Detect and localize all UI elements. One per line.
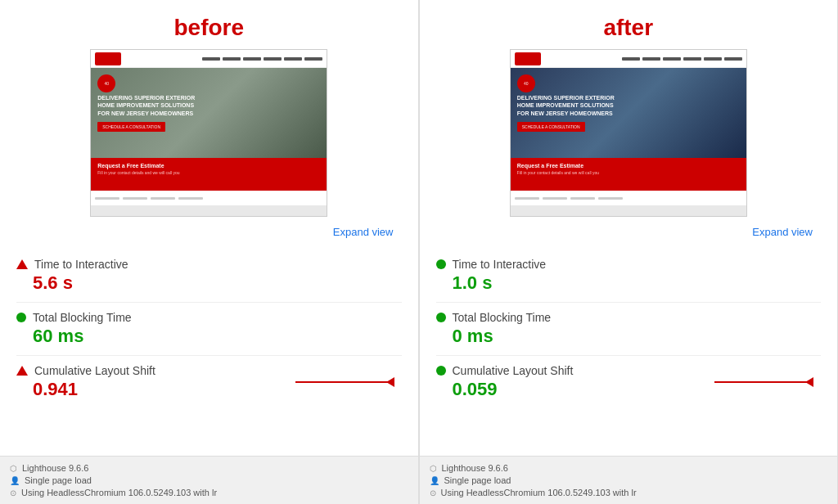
after-site-form-subtitle: Fill in your contact details and we will… — [517, 170, 740, 175]
site-hero: 40 DELIVERING SUPERIOR EXTERIOR HOME IMP… — [91, 68, 327, 158]
before-tti-indicator — [16, 259, 28, 269]
before-expand-row[interactable]: Expand view — [0, 221, 418, 241]
person-icon: 👤 — [10, 476, 20, 485]
after-cls-arrow — [714, 381, 813, 383]
before-cls-arrow — [295, 381, 394, 383]
after-metric-cls: Cumulative Layout Shift 0.059 — [436, 356, 822, 408]
after-panel: after 40 DELIVERING SUPERIOR EXTERIOR HO… — [420, 0, 839, 504]
after-tti-indicator — [436, 259, 446, 269]
after-footer-lighthouse: ⬡ Lighthouse 9.6.6 — [430, 463, 828, 473]
after-browser-info: Using HeadlessChromium 106.0.5249.103 wi… — [441, 488, 637, 497]
before-browser-info: Using HeadlessChromium 106.0.5249.103 wi… — [21, 488, 217, 497]
after-metrics: Time to Interactive 1.0 s Total Blocking… — [420, 241, 838, 456]
site-hero-text: DELIVERING SUPERIOR EXTERIOR HOME IMPROV… — [97, 94, 196, 116]
before-tbt-value: 60 ms — [33, 326, 402, 347]
before-panel: before 40 DELIVERING SUPERIOR EXTERIOR H… — [0, 0, 419, 504]
before-metric-tbt: Total Blocking Time 60 ms — [16, 303, 402, 356]
after-tti-label: Time to Interactive — [453, 258, 547, 271]
after-tti-value: 1.0 s — [453, 272, 822, 294]
after-cls-arrow-line — [714, 381, 813, 383]
site-footer-nav — [91, 191, 327, 205]
after-cls-label: Cumulative Layout Shift — [453, 364, 574, 377]
after-site-hero: 40 DELIVERING SUPERIOR EXTERIOR HOME IMP… — [511, 68, 746, 158]
after-tbt-indicator — [436, 313, 446, 322]
after-site-badge: 40 — [517, 74, 535, 92]
before-tti-label: Time to Interactive — [34, 258, 128, 271]
before-footer-browser: ⊙ Using HeadlessChromium 106.0.5249.103 … — [10, 488, 408, 497]
site-nav — [124, 56, 322, 61]
before-metric-cls: Cumulative Layout Shift 0.941 — [16, 356, 402, 408]
after-site-nav — [544, 56, 742, 61]
after-footer: ⬡ Lighthouse 9.6.6 👤 Single page load ⊙ … — [420, 456, 838, 504]
after-expand-label[interactable]: Expand view — [752, 226, 813, 238]
after-site-logo — [515, 52, 541, 65]
after-lighthouse-icon: ⬡ — [430, 464, 437, 473]
site-cta: SCHEDULE A CONSULTATION — [97, 122, 165, 132]
site-form: Request a Free Estimate Fill in your con… — [91, 158, 327, 191]
after-person-icon: 👤 — [430, 476, 439, 485]
before-tbt-label: Total Blocking Time — [33, 311, 132, 324]
before-tti-value: 5.6 s — [33, 272, 402, 294]
after-expand-row[interactable]: Expand view — [420, 221, 838, 241]
before-lighthouse-version: Lighthouse 9.6.6 — [22, 463, 88, 473]
before-tbt-indicator — [16, 313, 26, 322]
after-metric-tti: Time to Interactive 1.0 s — [436, 250, 822, 303]
before-expand-label[interactable]: Expand view — [333, 226, 394, 238]
before-cls-indicator — [16, 366, 28, 376]
after-site-cta: SCHEDULE A CONSULTATION — [517, 122, 585, 132]
after-footer-load: 👤 Single page load — [430, 475, 828, 485]
after-lighthouse-version: Lighthouse 9.6.6 — [442, 463, 508, 473]
after-screenshot-container: 40 DELIVERING SUPERIOR EXTERIOR HOME IMP… — [420, 49, 838, 221]
site-form-title: Request a Free Estimate — [97, 163, 320, 169]
lighthouse-icon: ⬡ — [10, 464, 17, 473]
after-tbt-value: 0 ms — [453, 326, 822, 347]
before-footer-load: 👤 Single page load — [10, 475, 408, 485]
before-metric-tti: Time to Interactive 5.6 s — [16, 250, 402, 303]
before-cls-label: Cumulative Layout Shift — [34, 364, 155, 377]
before-footer-lighthouse: ⬡ Lighthouse 9.6.6 — [10, 463, 408, 473]
before-single-page-load: Single page load — [25, 475, 92, 485]
before-title: before — [0, 0, 418, 49]
chromium-icon: ⊙ — [10, 488, 16, 497]
site-badge: 40 — [97, 74, 115, 92]
after-single-page-load: Single page load — [444, 475, 511, 485]
after-footer-browser: ⊙ Using HeadlessChromium 106.0.5249.103 … — [430, 488, 828, 497]
before-cls-arrow-line — [295, 381, 394, 383]
after-title: after — [420, 0, 838, 49]
after-screenshot: 40 DELIVERING SUPERIOR EXTERIOR HOME IMP… — [510, 49, 747, 217]
after-tbt-label: Total Blocking Time — [453, 311, 552, 324]
after-site-form-title: Request a Free Estimate — [517, 163, 740, 169]
after-chromium-icon: ⊙ — [430, 488, 436, 497]
after-metric-tbt: Total Blocking Time 0 ms — [436, 303, 822, 356]
after-cls-indicator — [436, 366, 446, 376]
before-footer: ⬡ Lighthouse 9.6.6 👤 Single page load ⊙ … — [0, 456, 418, 504]
after-site-footer-nav — [511, 191, 746, 205]
after-site-form: Request a Free Estimate Fill in your con… — [511, 158, 746, 191]
before-screenshot-container: 40 DELIVERING SUPERIOR EXTERIOR HOME IMP… — [0, 49, 418, 221]
after-site-hero-text: DELIVERING SUPERIOR EXTERIOR HOME IMPROV… — [517, 94, 615, 116]
site-logo — [95, 52, 121, 65]
site-form-subtitle: Fill in your contact details and we will… — [97, 170, 320, 175]
before-metrics: Time to Interactive 5.6 s Total Blocking… — [0, 241, 418, 456]
before-screenshot: 40 DELIVERING SUPERIOR EXTERIOR HOME IMP… — [90, 49, 327, 217]
